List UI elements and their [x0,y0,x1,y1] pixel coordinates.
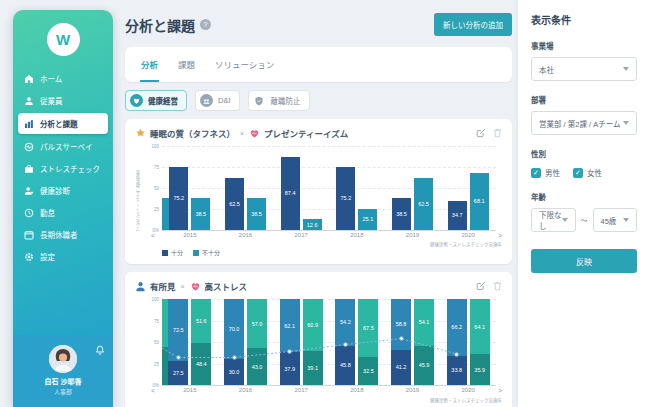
sidebar-item-analysis[interactable]: 分析と課題 [18,113,108,134]
stacked-bar: 72.527.5 [168,299,188,385]
department-select-value: 営業部 / 第2課 / Aチーム [539,118,620,129]
legend-item: 不十分 [193,248,220,257]
legend-item: 十分 [162,248,183,257]
sidebar-item-stress-check[interactable]: ストレスチェック [18,159,108,178]
y-tick-label: 50 [154,186,159,191]
sidebar-item-label: 従業員 [40,95,63,106]
sidebar-item-health-checkup[interactable]: 健康診断 [18,181,108,200]
shield-icon [253,94,266,107]
tabs-bar: 分析課題ソリューション [125,47,512,82]
tab-1[interactable]: 課題 [177,58,196,82]
sidebar-item-long-leave[interactable]: 長期休職者 [18,225,108,244]
chip-2[interactable]: 離職防止 [248,90,310,111]
gender-label: 性別 [531,148,637,159]
sidebar-item-pulse-survey[interactable]: パルスサーベイ [18,137,108,156]
line-marker [454,352,459,357]
carousel-next-button[interactable]: > [498,232,502,239]
sidebar-item-label: パルスサーベイ [40,141,93,152]
age-max-select[interactable]: 45歳 [593,208,638,232]
gender-checkbox-0[interactable]: ✓男性 [531,167,560,178]
bar-segment-top: 62.1 [280,299,300,352]
chevron-down-icon [623,67,629,71]
bar-value-label: 70.0 [229,326,240,332]
app-root: W ホーム従業員分析と課題パルスサーベイストレスチェック健康診断勤怠長期休職者設… [0,0,650,407]
stacked-bar: 67.532.5 [358,299,378,385]
analysis-card-findings-stress: 有所見 × 高ストレス 1007550250%72.527.551.648.47… [125,272,512,407]
chip-1[interactable]: D&I [195,90,240,111]
user-department: 人事部 [13,387,113,396]
apply-button[interactable]: 反映 [531,249,637,273]
bar-segment-bottom: 39.1 [303,351,323,385]
bar-value-label: 57.0 [252,321,263,327]
site-select[interactable]: 本社 [531,57,637,81]
bar-segment-bottom: 45.9 [414,346,434,385]
chip-0[interactable]: 健康経営 [125,90,187,111]
add-analysis-button[interactable]: 新しい分析の追加 [434,13,512,36]
person-icon [135,281,146,292]
bar-segment-top: 70.0 [224,299,244,359]
tab-0[interactable]: 分析 [140,58,159,82]
y-tick-label: 25 [154,361,159,366]
bar-value-label: 64.1 [474,324,485,330]
heart-pulse-icon [249,128,260,139]
legend-swatch [162,250,168,256]
bar-value-label: 38.5 [195,211,206,217]
age-max-value: 45歳 [601,215,617,226]
sidebar-item-label: 勤怠 [40,207,55,218]
bar-group: 75.225.1 [329,146,385,230]
chart-legend: 十分不十分 [162,248,220,257]
bar-segment-bottom: 35.9 [470,354,490,385]
sidebar-item-employees[interactable]: 従業員 [18,91,108,110]
edit-chart-button[interactable] [476,128,486,138]
tab-2[interactable]: ソリューション [214,58,275,82]
filter-panel-title: 表示条件 [531,12,637,27]
stacked-bar: 70.030.0 [224,299,244,385]
x-tick-label: 2018 [329,232,385,238]
chip-label: D&I [218,96,231,105]
age-range-separator: ～ [581,215,588,225]
bar-value-label: 87.4 [285,190,296,196]
department-select[interactable]: 営業部 / 第2課 / Aチーム [531,111,637,135]
stress-check-icon [24,164,34,174]
chevron-down-icon [623,218,629,222]
bar-segment-bottom: 33.8 [447,356,467,385]
age-label: 年齢 [531,191,637,202]
sidebar-item-home[interactable]: ホーム [18,69,108,88]
stacked-bar: 58.841.2 [391,299,411,385]
delete-chart-button[interactable] [493,281,502,291]
edit-chart-button[interactable] [476,281,486,291]
page-header: 分析と課題 ? 新しい分析の追加 [125,13,512,36]
user-avatar[interactable] [49,345,77,373]
chevron-down-icon [623,121,629,125]
bar-group: 62.137.960.939.1 [273,299,329,385]
bar-value-label: 33.8 [451,367,462,373]
bar-segment-top: 64.1 [470,299,490,354]
age-min-select[interactable]: 下限なし [531,208,576,232]
delete-chart-button[interactable] [493,128,502,138]
sidebar-item-settings[interactable]: 設定 [18,247,108,266]
bar-value-label: 48.4 [196,361,207,367]
bar-value-label: 32.5 [363,368,374,374]
stacked-bar: 60.939.1 [303,299,323,385]
sidebar-item-attendance[interactable]: 勤怠 [18,203,108,222]
home-icon [24,74,34,84]
sidebar-item-label: ストレスチェック [40,163,100,174]
x-tick-label: 2016 [218,232,274,238]
carousel-prev-button[interactable]: < [151,232,155,239]
notifications-bell-icon[interactable] [95,341,105,359]
bar-segment-bottom: 43.0 [247,348,267,385]
bar-value-label: 60.9 [307,322,318,328]
help-icon[interactable]: ? [200,19,211,30]
bar: 38.5 [247,198,266,230]
bar-segment-top: 51.6 [191,299,211,343]
y-tick-label: 25 [154,207,159,212]
bar-segment-bottom: 30.0 [224,359,244,385]
carousel-prev-button[interactable]: < [151,387,155,394]
age-min-value: 下限なし [539,209,562,231]
gender-checkbox-1[interactable]: ✓女性 [573,167,602,178]
carousel-next-button[interactable]: > [498,387,502,394]
sidebar-item-label: 健康診断 [40,185,70,196]
site-label: 事業場 [531,40,637,51]
stacked-bar: 51.648.4 [191,299,211,385]
bar-segment-bottom: 41.2 [391,350,411,385]
